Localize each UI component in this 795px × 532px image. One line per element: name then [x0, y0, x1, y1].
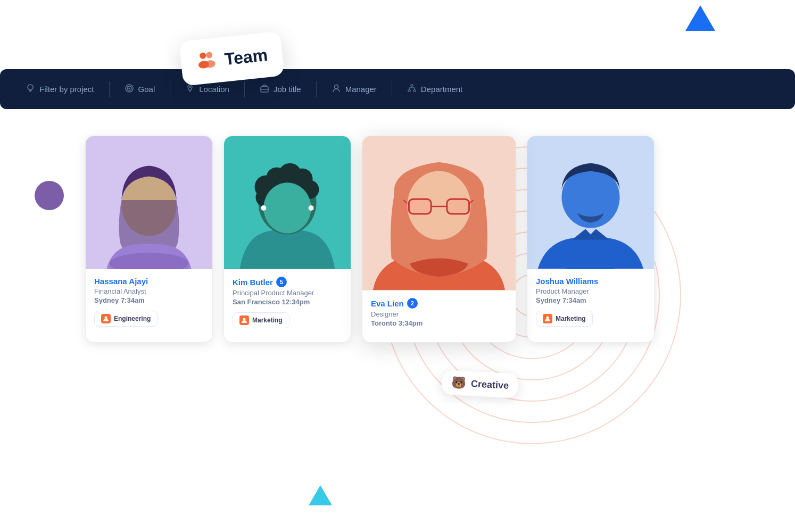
briefcase-icon: [260, 84, 269, 95]
engineering-tag-icon: [101, 314, 111, 323]
person-card-joshua[interactable]: Joshua Williams Product Manager Sydney 7…: [527, 136, 655, 343]
card-info-kim: Kim Butler 5 Principal Product Manager S…: [224, 269, 351, 337]
marketing-tag-icon-kim: [239, 315, 249, 325]
divider-2: [170, 81, 170, 97]
hassana-team-tag: Engineering: [94, 311, 158, 327]
circle-decoration: [35, 181, 64, 210]
hassana-name: Hassana Ajayi: [94, 277, 204, 286]
divider-3: [244, 81, 245, 97]
svg-point-18: [105, 317, 107, 319]
joshua-name: Joshua Williams: [536, 277, 645, 286]
svg-rect-32: [447, 199, 469, 214]
avatar-kim: [224, 136, 351, 269]
svg-point-8: [189, 86, 191, 87]
svg-rect-14: [413, 90, 416, 92]
hassana-role: Financial Analyst: [94, 287, 204, 295]
triangle-decoration-top-right: [685, 5, 715, 31]
filter-job-title-label: Job title: [274, 85, 301, 94]
team-icon: [195, 47, 219, 75]
eva-location: Toronto 3:34pm: [371, 319, 507, 327]
kim-location: San Francisco 12:34pm: [233, 298, 342, 306]
team-label: Team: [223, 45, 269, 69]
svg-point-1: [205, 52, 212, 59]
avatar-eva: [362, 136, 516, 290]
main-scene: Team Filter by project Goal: [0, 0, 795, 532]
svg-point-28: [309, 205, 314, 211]
eva-badge: 2: [407, 298, 418, 309]
svg-point-29: [243, 318, 246, 321]
kim-name: Kim Butler 5: [233, 277, 342, 287]
kim-team-tag: Marketing: [233, 312, 289, 328]
filter-department-button[interactable]: Department: [397, 79, 472, 99]
goal-icon: [125, 84, 134, 95]
joshua-team-tag: Marketing: [536, 311, 593, 327]
eva-name: Eva Lien 2: [371, 298, 507, 309]
svg-point-7: [128, 87, 130, 89]
bear-emoji-icon: 🐻: [451, 376, 466, 390]
svg-rect-31: [409, 199, 431, 214]
filter-manager-button[interactable]: Manager: [322, 79, 386, 99]
kim-badge: 5: [276, 277, 287, 287]
filter-job-title-button[interactable]: Job title: [250, 79, 311, 99]
filter-goal-button[interactable]: Goal: [115, 79, 165, 99]
divider-1: [109, 81, 110, 97]
filter-goal-label: Goal: [138, 85, 155, 94]
svg-point-4: [28, 85, 33, 90]
triangle-decoration-bottom-center: [309, 485, 332, 505]
department-icon: [407, 84, 417, 95]
manager-icon: [332, 84, 341, 95]
divider-4: [316, 81, 317, 97]
filter-location-label: Location: [199, 85, 229, 94]
person-card-eva[interactable]: Eva Lien 2 Designer Toronto 3:34pm: [362, 136, 516, 343]
creative-label: Creative: [470, 378, 509, 392]
avatar-joshua: [527, 136, 654, 269]
eva-role: Designer: [371, 310, 507, 318]
card-info-eva: Eva Lien 2 Designer Toronto 3:34pm: [362, 290, 516, 342]
svg-point-27: [261, 205, 266, 211]
filter-project-label: Filter by project: [39, 85, 94, 94]
person-card-hassana[interactable]: Hassana Ajayi Financial Analyst Sydney 7…: [85, 136, 213, 343]
avatar-hassana: [86, 136, 212, 269]
divider-5: [392, 81, 392, 97]
card-info-joshua: Joshua Williams Product Manager Sydney 7…: [527, 269, 654, 335]
svg-point-38: [546, 317, 549, 319]
svg-point-11: [334, 85, 338, 88]
svg-rect-13: [408, 90, 410, 92]
joshua-role: Product Manager: [536, 287, 645, 295]
joshua-location: Sydney 7:34am: [536, 296, 645, 304]
svg-point-26: [263, 182, 311, 233]
person-card-kim[interactable]: Kim Butler 5 Principal Product Manager S…: [223, 136, 351, 343]
filter-bar: Filter by project Goal Location: [0, 69, 795, 109]
kim-role: Principal Product Manager: [233, 289, 342, 297]
filter-department-label: Department: [421, 85, 462, 94]
filter-project-button[interactable]: Filter by project: [16, 79, 104, 99]
hassana-location: Sydney 7:34am: [94, 296, 204, 304]
filter-manager-label: Manager: [345, 85, 377, 94]
creative-tag: 🐻 Creative: [441, 370, 519, 398]
card-info-hassana: Hassana Ajayi Financial Analyst Sydney 7…: [86, 269, 212, 335]
marketing-tag-icon-joshua: [543, 314, 552, 323]
lightbulb-icon: [26, 84, 35, 95]
cards-container: Hassana Ajayi Financial Analyst Sydney 7…: [85, 136, 655, 343]
svg-rect-12: [411, 85, 413, 86]
svg-point-0: [200, 52, 206, 59]
